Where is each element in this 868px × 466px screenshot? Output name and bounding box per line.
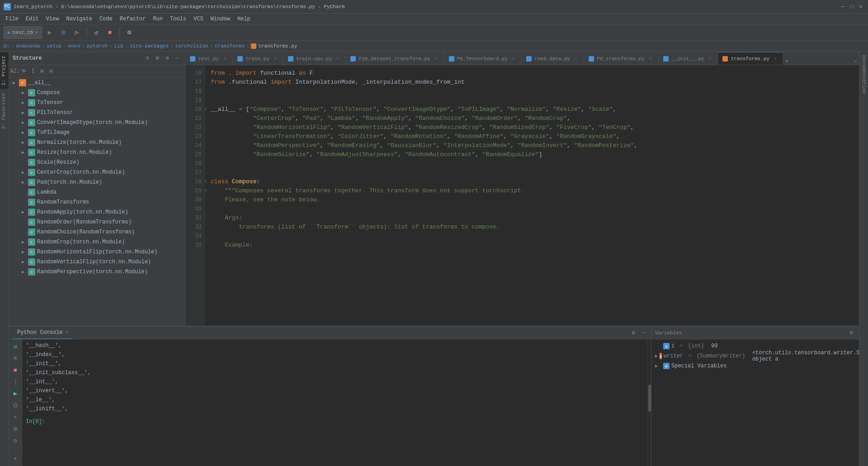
- menu-item-file[interactable]: File: [2, 14, 22, 24]
- console-rerun-btn[interactable]: ↺: [10, 341, 21, 352]
- tab-p9[interactable]: P9_transforms.py ×: [584, 52, 659, 65]
- sort-alpha-btn[interactable]: AZ↓: [11, 67, 19, 76]
- breadcrumb-anaconda[interactable]: Anaconda: [16, 43, 40, 49]
- menu-item-navigate[interactable]: Navigate: [62, 14, 96, 24]
- expand-all-btn[interactable]: ⊞: [38, 67, 46, 76]
- breadcrumb-transforms-dir[interactable]: transforms: [215, 43, 245, 49]
- tree-item-scale[interactable]: C Scale(Resize): [9, 157, 185, 167]
- tab-close-init[interactable]: ×: [707, 56, 713, 62]
- variables-settings-btn[interactable]: ⚙: [847, 329, 855, 337]
- menu-item-vcs[interactable]: VCS: [190, 14, 207, 24]
- tab-transforms[interactable]: transforms.py ×: [718, 52, 783, 65]
- tab-close-read[interactable]: ×: [573, 56, 579, 62]
- sort-visibility-btn[interactable]: 👁: [20, 67, 28, 76]
- tree-item-convertimagedtype[interactable]: ▶ C ConvertImageDtype(torch.nn.Module): [9, 118, 185, 128]
- maximize-button[interactable]: □: [848, 3, 855, 10]
- console-clock-btn[interactable]: ◷: [10, 435, 21, 446]
- console-add2-btn[interactable]: +: [10, 453, 21, 464]
- tab-p10[interactable]: P10_dataset_transform.py ×: [346, 52, 444, 65]
- tree-item-topilimage[interactable]: ▶ C ToPILImage: [9, 128, 185, 138]
- menu-item-help[interactable]: Help: [234, 14, 254, 24]
- tree-item-randomchoice[interactable]: C RandomChoice(RandomTransforms): [9, 227, 185, 237]
- tab-train-cpu[interactable]: train-cpu.py ×: [283, 52, 346, 65]
- run-config-button[interactable]: ▶ test_tb ▾: [4, 26, 42, 39]
- sort-inherited-btn[interactable]: I: [29, 67, 37, 76]
- stop-button[interactable]: ■: [104, 27, 116, 38]
- tree-item-piltotensor[interactable]: ▶ C PILToTensor: [9, 108, 185, 118]
- breadcrumb-lib[interactable]: Lib: [114, 43, 123, 49]
- console-settings-btn[interactable]: ⚙: [629, 329, 637, 337]
- tree-item-centercrop[interactable]: ▶ C CenterCrop(torch.nn.Module): [9, 167, 185, 177]
- python-console-tab[interactable]: Python Console ×: [13, 327, 73, 339]
- tree-item-randomcrop[interactable]: ▶ C RandomCrop(torch.nn.Module): [9, 237, 185, 247]
- tab-train[interactable]: train.py ×: [233, 52, 283, 65]
- menu-item-edit[interactable]: Edit: [22, 14, 42, 24]
- tree-item-randomvflip[interactable]: ▶ C RandomVerticalFlip(torch.nn.Module): [9, 257, 185, 267]
- console-tab-close[interactable]: ×: [66, 330, 69, 335]
- tab-close-transforms[interactable]: ×: [772, 56, 778, 62]
- menu-item-window[interactable]: Window: [207, 14, 234, 24]
- console-list2-btn[interactable]: ⋮: [10, 376, 21, 387]
- menu-item-view[interactable]: View: [42, 14, 63, 24]
- tree-item-lambda[interactable]: C Lambda: [9, 187, 185, 197]
- tab-close-train-cpu[interactable]: ×: [335, 56, 341, 62]
- tab-test[interactable]: test.py ×: [185, 52, 233, 65]
- tab-close-p10[interactable]: ×: [433, 56, 439, 62]
- project-tab[interactable]: 1: Project: [0, 52, 9, 89]
- tab-close-train[interactable]: ×: [272, 56, 278, 62]
- tab-close-p8[interactable]: ×: [510, 56, 517, 62]
- console-add-btn[interactable]: +: [10, 412, 21, 423]
- tab-p8[interactable]: P8_Tensorboard.py ×: [444, 52, 522, 65]
- code-content[interactable]: 1617181920 2122232425 2627282930 3132333…: [185, 65, 859, 326]
- breadcrumb-drive[interactable]: D:: [4, 43, 9, 49]
- tree-item-randomtransforms[interactable]: C RandomTransforms: [9, 197, 185, 207]
- rerun-button[interactable]: ↺: [90, 27, 102, 38]
- run-button[interactable]: ▶: [44, 27, 56, 38]
- debug-button[interactable]: ⚙: [57, 27, 69, 38]
- console-run-btn[interactable]: ▶: [10, 388, 21, 399]
- tree-item-randomhflip[interactable]: ▶ C RandomHorizontalFlip(torch.nn.Module…: [9, 247, 185, 257]
- var-item-writer[interactable]: ▶ w writer = {SummaryWriter} <torch.util…: [651, 351, 859, 361]
- sidebar-hide-btn[interactable]: —: [173, 54, 181, 62]
- code-editor[interactable]: test.py × train.py × train-cpu.py ×: [185, 52, 859, 326]
- minimize-button[interactable]: ─: [839, 3, 846, 10]
- console-stop-btn[interactable]: ■: [10, 365, 21, 376]
- breadcrumb-envs[interactable]: envs: [68, 43, 80, 49]
- console-prompt-line[interactable]: In[8]:: [26, 417, 644, 426]
- breadcrumb-torchvision[interactable]: torchvision: [175, 43, 208, 49]
- run-coverage-button[interactable]: ▷: [71, 27, 83, 38]
- console-gear-btn[interactable]: ⚙: [10, 423, 21, 434]
- menu-item-code[interactable]: Code: [96, 14, 116, 24]
- tab-read[interactable]: read_data.py ×: [522, 52, 584, 65]
- tab-overflow-btn[interactable]: ▾: [783, 58, 793, 65]
- tree-item-totensor[interactable]: ▶ C ToTensor: [9, 98, 185, 108]
- close-button[interactable]: ✕: [857, 3, 864, 10]
- console-print-btn[interactable]: ⎙: [10, 400, 21, 411]
- tab-init[interactable]: __init__.py ×: [659, 52, 718, 65]
- tree-item-randomapply[interactable]: ▶ C RandomApply(torch.nn.Module): [9, 207, 185, 217]
- tree-item-resize[interactable]: ▶ C Resize(torch.nn.Module): [9, 147, 185, 157]
- console-hide-btn[interactable]: —: [639, 329, 647, 337]
- menu-item-refactor[interactable]: Refactor: [116, 14, 150, 24]
- menu-item-run[interactable]: Run: [149, 14, 166, 24]
- sidebar-expand-btn[interactable]: ⊞: [153, 54, 161, 62]
- console-scrollbar[interactable]: [647, 339, 651, 466]
- tree-item-randomorder[interactable]: C RandomOrder(RandomTransforms): [9, 217, 185, 227]
- tab-close-test[interactable]: ×: [222, 56, 228, 62]
- favorites-tab[interactable]: 2: Favorites: [0, 89, 9, 133]
- documentation-tab[interactable]: Documentation: [860, 52, 868, 98]
- var-item-special[interactable]: ▶ S Special Variables: [651, 361, 859, 371]
- tab-close-p9[interactable]: ×: [647, 56, 654, 62]
- breadcrumb-site-packages[interactable]: site-packages: [130, 43, 169, 49]
- sidebar-settings-btn[interactable]: ⚙: [163, 54, 171, 62]
- settings-button[interactable]: ⚙: [123, 27, 135, 38]
- code-text-area[interactable]: from . import functional as F from .func…: [205, 65, 859, 326]
- tree-item-all[interactable]: ▶ F __all__: [9, 78, 185, 88]
- tree-item-normalize[interactable]: ▶ C Normalize(torch.nn.Module): [9, 138, 185, 147]
- collapse-all-btn[interactable]: ⊟: [47, 67, 55, 76]
- tree-item-randomperspective[interactable]: ▶ C RandomPerspective(torch.nn.Module): [9, 267, 185, 277]
- breadcrumb-pytorch[interactable]: pytorch: [87, 43, 108, 49]
- menu-item-tools[interactable]: Tools: [166, 14, 190, 24]
- sidebar-collapse-btn[interactable]: ≡: [143, 54, 151, 62]
- console-list-btn[interactable]: ≡: [10, 353, 21, 364]
